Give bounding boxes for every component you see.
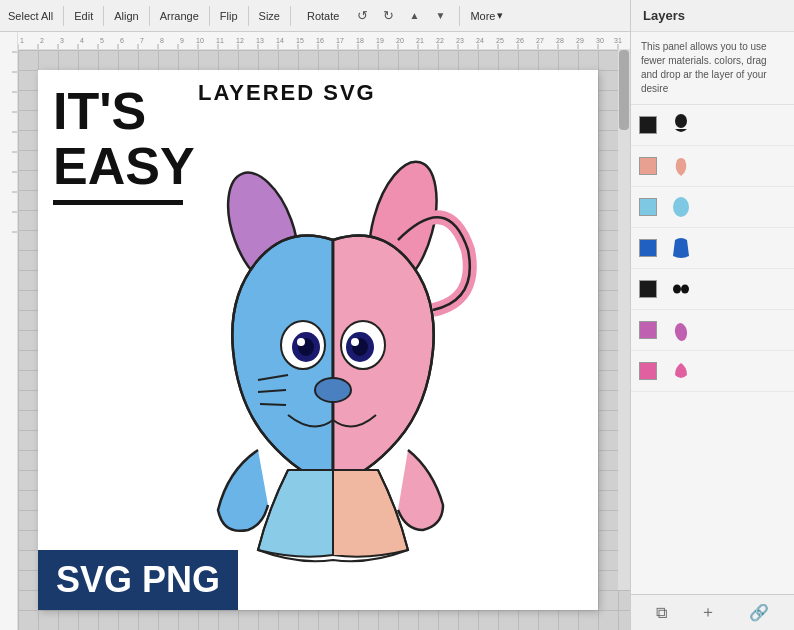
horizontal-ruler: 1 2 3 4 5 6 7 8 9 10 11 12 13 1 xyxy=(0,32,630,50)
layer-color-swatch-7 xyxy=(639,362,657,380)
flip-btn[interactable]: Flip xyxy=(212,8,246,24)
layer-thumb-3 xyxy=(665,191,697,223)
svg-text:11: 11 xyxy=(216,37,224,44)
layers-description: This panel allows you to use fewer mater… xyxy=(631,32,794,105)
svg-text:4: 4 xyxy=(80,37,84,44)
svg-text:14: 14 xyxy=(276,37,284,44)
layer-color-swatch-6 xyxy=(639,321,657,339)
svg-text:26: 26 xyxy=(516,37,524,44)
layers-add-icon[interactable]: ＋ xyxy=(700,602,716,623)
layer-thumb-6 xyxy=(665,314,697,346)
layer-item-3[interactable] xyxy=(631,187,794,228)
rotate-group: Rotate ↺ ↻ ▲ ▼ xyxy=(293,5,457,27)
svg-point-92 xyxy=(681,285,689,294)
svg-png-text: SVG PNG xyxy=(56,559,220,601)
svg-point-84 xyxy=(351,338,359,346)
svg-png-badge: SVG PNG xyxy=(38,550,238,610)
layer-color-swatch-3 xyxy=(639,198,657,216)
svg-text:19: 19 xyxy=(376,37,384,44)
svg-text:1: 1 xyxy=(20,37,24,44)
scrollbar-thumb[interactable] xyxy=(619,50,629,130)
divider3 xyxy=(149,6,150,26)
svg-text:6: 6 xyxy=(120,37,124,44)
svg-text:5: 5 xyxy=(100,37,104,44)
divider2 xyxy=(103,6,104,26)
align-btn[interactable]: Align xyxy=(106,8,146,24)
svg-text:24: 24 xyxy=(476,37,484,44)
svg-text:28: 28 xyxy=(556,37,564,44)
svg-text:20: 20 xyxy=(396,37,404,44)
layers-panel-title: Layers xyxy=(631,0,794,32)
divider6 xyxy=(290,6,291,26)
layers-footer: ⧉ ＋ 🔗 xyxy=(631,594,794,630)
svg-text:31: 31 xyxy=(614,37,622,44)
size-btn[interactable]: Size xyxy=(251,8,288,24)
arrange-btn[interactable]: Arrange xyxy=(152,8,207,24)
svg-text:30: 30 xyxy=(596,37,604,44)
rotate-down-icon[interactable]: ▼ xyxy=(429,5,451,27)
rotate-ccw-icon[interactable]: ↺ xyxy=(351,5,373,27)
svg-point-90 xyxy=(673,197,689,217)
svg-text:8: 8 xyxy=(160,37,164,44)
layer-color-swatch-2 xyxy=(639,157,657,175)
svg-text:10: 10 xyxy=(196,37,204,44)
main-canvas[interactable]: IT'S EASY LAYERED SVG xyxy=(38,70,598,610)
svg-text:22: 22 xyxy=(436,37,444,44)
layer-color-swatch-4 xyxy=(639,239,657,257)
divider1 xyxy=(63,6,64,26)
vertical-scrollbar[interactable] xyxy=(618,50,630,590)
svg-text:3: 3 xyxy=(60,37,64,44)
svg-text:29: 29 xyxy=(576,37,584,44)
vertical-ruler xyxy=(0,32,18,630)
rotate-label: Rotate xyxy=(299,8,347,24)
svg-point-93 xyxy=(674,322,689,342)
layer-thumb-5 xyxy=(665,273,697,305)
layer-thumb-2 xyxy=(665,150,697,182)
more-chevron-icon: ▾ xyxy=(497,9,503,22)
layer-color-swatch-1 xyxy=(639,116,657,134)
more-label: More xyxy=(470,10,495,22)
edit-btn[interactable]: Edit xyxy=(66,8,101,24)
svg-text:21: 21 xyxy=(416,37,424,44)
svg-point-85 xyxy=(315,378,351,402)
canvas-layered-text: LAYERED SVG xyxy=(198,80,376,106)
layers-panel: Layers This panel allows you to use fewe… xyxy=(630,0,794,630)
layer-color-swatch-5 xyxy=(639,280,657,298)
layer-item-2[interactable] xyxy=(631,146,794,187)
layer-item-6[interactable] xyxy=(631,310,794,351)
svg-text:23: 23 xyxy=(456,37,464,44)
select-all-btn[interactable]: Select All xyxy=(0,8,61,24)
svg-text:27: 27 xyxy=(536,37,544,44)
canvas-area[interactable]: IT'S EASY LAYERED SVG xyxy=(18,50,630,630)
layer-thumb-1 xyxy=(665,109,697,141)
canvas-its-text: IT'S xyxy=(53,85,146,137)
svg-text:9: 9 xyxy=(180,37,184,44)
more-btn[interactable]: More ▾ xyxy=(462,7,511,24)
svg-text:15: 15 xyxy=(296,37,304,44)
layers-delete-icon[interactable]: 🔗 xyxy=(749,603,769,622)
divider5 xyxy=(248,6,249,26)
svg-point-80 xyxy=(297,338,305,346)
layer-item-7[interactable] xyxy=(631,351,794,392)
svg-rect-63 xyxy=(0,32,18,630)
divider4 xyxy=(209,6,210,26)
svg-text:25: 25 xyxy=(496,37,504,44)
svg-text:16: 16 xyxy=(316,37,324,44)
layer-thumb-7 xyxy=(665,355,697,387)
layer-thumb-4 xyxy=(665,232,697,264)
svg-point-91 xyxy=(673,285,681,294)
svg-text:17: 17 xyxy=(336,37,344,44)
svg-text:12: 12 xyxy=(236,37,244,44)
svg-text:2: 2 xyxy=(40,37,44,44)
layer-item-1[interactable] xyxy=(631,105,794,146)
rotate-cw-icon[interactable]: ↻ xyxy=(377,5,399,27)
rotate-up-icon[interactable]: ▲ xyxy=(403,5,425,27)
divider7 xyxy=(459,6,460,26)
svg-text:13: 13 xyxy=(256,37,264,44)
stitch-illustration xyxy=(158,150,508,570)
svg-text:7: 7 xyxy=(140,37,144,44)
layer-item-5[interactable] xyxy=(631,269,794,310)
svg-text:18: 18 xyxy=(356,37,364,44)
layers-copy-icon[interactable]: ⧉ xyxy=(656,604,667,622)
layer-item-4[interactable] xyxy=(631,228,794,269)
